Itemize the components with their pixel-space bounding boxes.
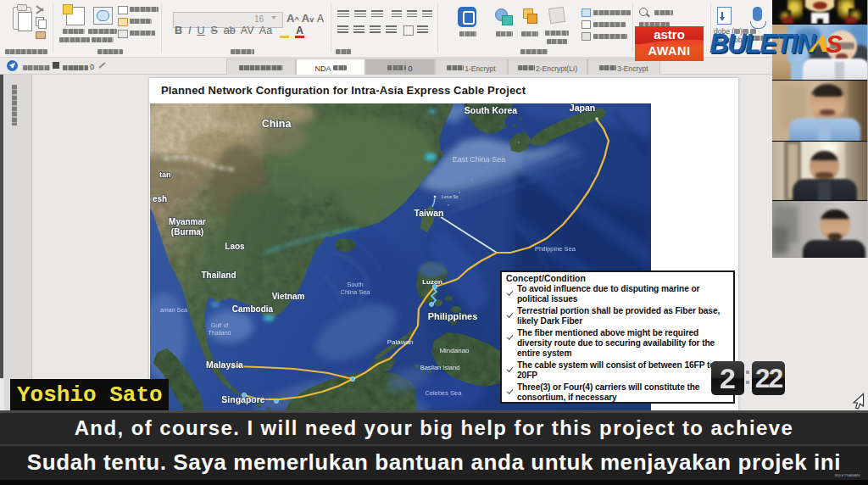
svg-text:Basilan Island: Basilan Island (420, 364, 460, 371)
svg-text:Cambodia: Cambodia (232, 304, 274, 314)
svg-text:Gulf of: Gulf of (211, 322, 229, 328)
svg-text:esh: esh (153, 194, 167, 203)
svg-text:Laos: Laos (225, 242, 245, 251)
svg-text:Myanmar: Myanmar (169, 217, 206, 226)
svg-text:China: China (262, 118, 292, 130)
svg-text:Mindanao: Mindanao (439, 347, 470, 354)
svg-text:aman Sea: aman Sea (160, 307, 187, 313)
svg-text:Philippine Sea: Philippine Sea (535, 245, 576, 253)
svg-text:Celebes Sea: Celebes Sea (426, 389, 463, 397)
svg-text:Singapore: Singapore (221, 394, 265, 404)
svg-text:tan: tan (159, 170, 171, 179)
svg-text:(Burma): (Burma) (171, 227, 203, 237)
svg-text:Luzon Str.: Luzon Str. (442, 195, 459, 199)
svg-text:South: South (347, 281, 364, 288)
svg-text:South Korea: South Korea (465, 105, 518, 115)
svg-text:Luzon: Luzon (422, 278, 442, 286)
svg-text:Vietnam: Vietnam (272, 292, 305, 301)
svg-text:Malaysia: Malaysia (206, 360, 243, 370)
svg-text:Philippines: Philippines (428, 311, 478, 321)
svg-text:Japan: Japan (570, 103, 595, 113)
svg-text:Taiwan: Taiwan (415, 208, 444, 218)
svg-text:Thailand: Thailand (201, 270, 236, 280)
svg-text:China Sea: China Sea (340, 288, 370, 296)
svg-text:East China Sea: East China Sea (453, 155, 506, 164)
svg-text:Palawan: Palawan (387, 338, 414, 346)
svg-text:Thailand: Thailand (209, 330, 231, 336)
